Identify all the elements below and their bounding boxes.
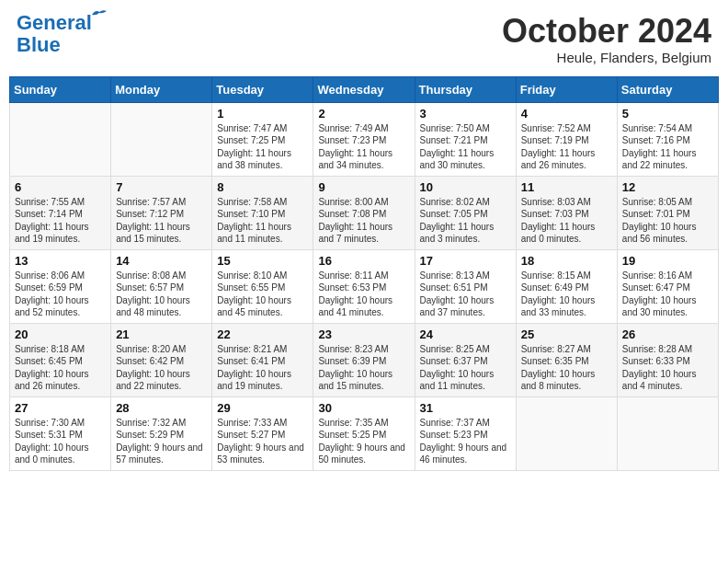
- day-info: Sunrise: 7:58 AM Sunset: 7:10 PM Dayligh…: [217, 196, 308, 246]
- day-number: 25: [521, 327, 612, 341]
- day-number: 29: [217, 401, 308, 415]
- calendar-cell: 12Sunrise: 8:05 AM Sunset: 7:01 PM Dayli…: [617, 176, 718, 249]
- calendar-cell: 27Sunrise: 7:30 AM Sunset: 5:31 PM Dayli…: [10, 396, 111, 470]
- day-number: 31: [420, 401, 511, 415]
- calendar-cell: 31Sunrise: 7:37 AM Sunset: 5:23 PM Dayli…: [415, 396, 516, 470]
- day-number: 20: [15, 327, 106, 341]
- calendar-cell: 2Sunrise: 7:49 AM Sunset: 7:23 PM Daylig…: [313, 102, 415, 176]
- day-info: Sunrise: 7:52 AM Sunset: 7:19 PM Dayligh…: [521, 122, 612, 172]
- day-number: 30: [318, 401, 409, 415]
- day-number: 13: [15, 254, 106, 268]
- calendar-cell: 17Sunrise: 8:13 AM Sunset: 6:51 PM Dayli…: [415, 249, 516, 323]
- calendar-cell: 29Sunrise: 7:33 AM Sunset: 5:27 PM Dayli…: [212, 396, 313, 470]
- calendar-cell: [10, 102, 111, 176]
- month-title: October 2024: [502, 13, 711, 50]
- day-number: 19: [622, 254, 713, 268]
- calendar-cell: 5Sunrise: 7:54 AM Sunset: 7:16 PM Daylig…: [617, 102, 718, 176]
- calendar-cell: 4Sunrise: 7:52 AM Sunset: 7:19 PM Daylig…: [516, 102, 617, 176]
- calendar-cell: [111, 102, 212, 176]
- day-number: 22: [217, 327, 308, 341]
- calendar-table: SundayMondayTuesdayWednesdayThursdayFrid…: [9, 76, 719, 471]
- calendar-header-row: SundayMondayTuesdayWednesdayThursdayFrid…: [10, 76, 719, 102]
- weekday-header: Sunday: [10, 76, 111, 102]
- weekday-header: Monday: [111, 76, 212, 102]
- weekday-header: Tuesday: [212, 76, 313, 102]
- day-info: Sunrise: 8:21 AM Sunset: 6:41 PM Dayligh…: [217, 343, 308, 393]
- day-info: Sunrise: 7:30 AM Sunset: 5:31 PM Dayligh…: [15, 417, 106, 466]
- day-info: Sunrise: 8:06 AM Sunset: 6:59 PM Dayligh…: [15, 270, 106, 319]
- calendar-cell: 6Sunrise: 7:55 AM Sunset: 7:14 PM Daylig…: [10, 176, 111, 249]
- day-number: 1: [217, 107, 308, 121]
- day-info: Sunrise: 8:28 AM Sunset: 6:33 PM Dayligh…: [622, 343, 713, 393]
- day-number: 27: [15, 401, 106, 415]
- calendar-cell: 18Sunrise: 8:15 AM Sunset: 6:49 PM Dayli…: [516, 249, 617, 323]
- day-number: 28: [116, 401, 207, 415]
- day-info: Sunrise: 7:54 AM Sunset: 7:16 PM Dayligh…: [622, 122, 713, 172]
- day-number: 2: [318, 107, 409, 121]
- calendar-week-row: 27Sunrise: 7:30 AM Sunset: 5:31 PM Dayli…: [10, 396, 719, 470]
- calendar-cell: 1Sunrise: 7:47 AM Sunset: 7:25 PM Daylig…: [212, 102, 313, 176]
- calendar-cell: 13Sunrise: 8:06 AM Sunset: 6:59 PM Dayli…: [10, 249, 111, 323]
- calendar-week-row: 1Sunrise: 7:47 AM Sunset: 7:25 PM Daylig…: [10, 102, 719, 176]
- day-number: 11: [521, 180, 612, 194]
- title-block: October 2024 Heule, Flanders, Belgium: [502, 13, 711, 65]
- day-info: Sunrise: 8:20 AM Sunset: 6:42 PM Dayligh…: [116, 343, 207, 393]
- day-number: 7: [116, 180, 207, 194]
- calendar-cell: 20Sunrise: 8:18 AM Sunset: 6:45 PM Dayli…: [10, 323, 111, 396]
- day-number: 26: [622, 327, 713, 341]
- day-number: 12: [622, 180, 713, 194]
- day-number: 10: [420, 180, 511, 194]
- day-info: Sunrise: 7:50 AM Sunset: 7:21 PM Dayligh…: [420, 122, 511, 172]
- day-info: Sunrise: 7:35 AM Sunset: 5:25 PM Dayligh…: [318, 417, 409, 466]
- day-number: 23: [318, 327, 409, 341]
- day-info: Sunrise: 8:11 AM Sunset: 6:53 PM Dayligh…: [318, 270, 409, 319]
- day-info: Sunrise: 7:33 AM Sunset: 5:27 PM Dayligh…: [217, 417, 308, 466]
- calendar-week-row: 6Sunrise: 7:55 AM Sunset: 7:14 PM Daylig…: [10, 176, 719, 249]
- weekday-header: Saturday: [617, 76, 718, 102]
- day-info: Sunrise: 8:00 AM Sunset: 7:08 PM Dayligh…: [318, 196, 409, 246]
- calendar-cell: 21Sunrise: 8:20 AM Sunset: 6:42 PM Dayli…: [111, 323, 212, 396]
- day-info: Sunrise: 7:37 AM Sunset: 5:23 PM Dayligh…: [420, 417, 511, 466]
- calendar-cell: 28Sunrise: 7:32 AM Sunset: 5:29 PM Dayli…: [111, 396, 212, 470]
- day-number: 15: [217, 254, 308, 268]
- page-header: General Blue October 2024 Heule, Flander…: [9, 9, 719, 69]
- day-number: 16: [318, 254, 409, 268]
- calendar-cell: 15Sunrise: 8:10 AM Sunset: 6:55 PM Dayli…: [212, 249, 313, 323]
- day-info: Sunrise: 8:25 AM Sunset: 6:37 PM Dayligh…: [420, 343, 511, 393]
- day-info: Sunrise: 7:57 AM Sunset: 7:12 PM Dayligh…: [116, 196, 207, 246]
- day-info: Sunrise: 8:15 AM Sunset: 6:49 PM Dayligh…: [521, 270, 612, 319]
- calendar-cell: 26Sunrise: 8:28 AM Sunset: 6:33 PM Dayli…: [617, 323, 718, 396]
- day-info: Sunrise: 8:08 AM Sunset: 6:57 PM Dayligh…: [116, 270, 207, 319]
- calendar-week-row: 20Sunrise: 8:18 AM Sunset: 6:45 PM Dayli…: [10, 323, 719, 396]
- calendar-cell: [617, 396, 718, 470]
- logo-blue-text: Blue: [17, 35, 61, 55]
- calendar-cell: [516, 396, 617, 470]
- calendar-week-row: 13Sunrise: 8:06 AM Sunset: 6:59 PM Dayli…: [10, 249, 719, 323]
- day-number: 24: [420, 327, 511, 341]
- day-info: Sunrise: 8:05 AM Sunset: 7:01 PM Dayligh…: [622, 196, 713, 246]
- calendar-cell: 7Sunrise: 7:57 AM Sunset: 7:12 PM Daylig…: [111, 176, 212, 249]
- day-info: Sunrise: 8:13 AM Sunset: 6:51 PM Dayligh…: [420, 270, 511, 319]
- day-info: Sunrise: 8:02 AM Sunset: 7:05 PM Dayligh…: [420, 196, 511, 246]
- calendar-cell: 9Sunrise: 8:00 AM Sunset: 7:08 PM Daylig…: [313, 176, 415, 249]
- logo-text: General: [17, 11, 92, 34]
- calendar-cell: 19Sunrise: 8:16 AM Sunset: 6:47 PM Dayli…: [617, 249, 718, 323]
- day-number: 6: [15, 180, 106, 194]
- day-info: Sunrise: 8:10 AM Sunset: 6:55 PM Dayligh…: [217, 270, 308, 319]
- day-number: 14: [116, 254, 207, 268]
- day-info: Sunrise: 8:23 AM Sunset: 6:39 PM Dayligh…: [318, 343, 409, 393]
- day-info: Sunrise: 7:32 AM Sunset: 5:29 PM Dayligh…: [116, 417, 207, 466]
- calendar-cell: 3Sunrise: 7:50 AM Sunset: 7:21 PM Daylig…: [415, 102, 516, 176]
- day-number: 5: [622, 107, 713, 121]
- day-info: Sunrise: 8:03 AM Sunset: 7:03 PM Dayligh…: [521, 196, 612, 246]
- calendar-cell: 25Sunrise: 8:27 AM Sunset: 6:35 PM Dayli…: [516, 323, 617, 396]
- day-info: Sunrise: 7:49 AM Sunset: 7:23 PM Dayligh…: [318, 122, 409, 172]
- calendar-cell: 8Sunrise: 7:58 AM Sunset: 7:10 PM Daylig…: [212, 176, 313, 249]
- day-number: 9: [318, 180, 409, 194]
- day-number: 21: [116, 327, 207, 341]
- day-number: 17: [420, 254, 511, 268]
- calendar-cell: 10Sunrise: 8:02 AM Sunset: 7:05 PM Dayli…: [415, 176, 516, 249]
- day-info: Sunrise: 7:55 AM Sunset: 7:14 PM Dayligh…: [15, 196, 106, 246]
- calendar-cell: 14Sunrise: 8:08 AM Sunset: 6:57 PM Dayli…: [111, 249, 212, 323]
- calendar-cell: 23Sunrise: 8:23 AM Sunset: 6:39 PM Dayli…: [313, 323, 415, 396]
